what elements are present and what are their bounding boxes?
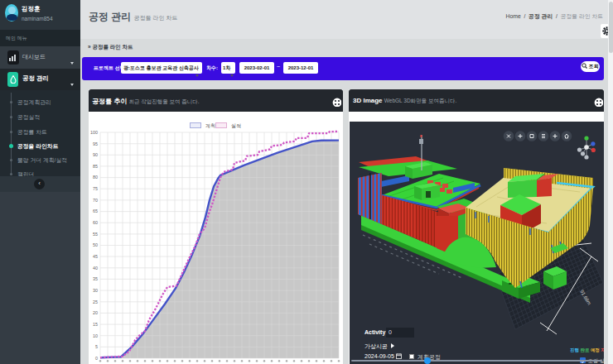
svg-text:25: 25 bbox=[93, 299, 98, 304]
svg-text:60: 60 bbox=[93, 220, 98, 225]
svg-text:65: 65 bbox=[93, 208, 98, 213]
svg-text:55: 55 bbox=[93, 232, 98, 237]
svg-text:35: 35 bbox=[93, 276, 98, 281]
svg-text:45: 45 bbox=[93, 254, 98, 259]
svg-text:20: 20 bbox=[93, 310, 98, 315]
svg-text:90: 90 bbox=[93, 152, 98, 157]
svg-text:50: 50 bbox=[93, 242, 98, 247]
svg-text:10: 10 bbox=[93, 333, 98, 338]
svg-text:15: 15 bbox=[93, 322, 98, 327]
svg-text:85: 85 bbox=[93, 164, 98, 169]
svg-text:30: 30 bbox=[93, 288, 98, 293]
svg-text:70: 70 bbox=[93, 198, 98, 203]
svg-text:91.66m: 91.66m bbox=[579, 289, 591, 305]
svg-text:95: 95 bbox=[93, 141, 98, 146]
svg-text:75: 75 bbox=[93, 186, 98, 191]
svg-text:100: 100 bbox=[90, 130, 98, 135]
svg-text:40: 40 bbox=[93, 266, 98, 271]
svg-text:0: 0 bbox=[95, 356, 98, 361]
svg-text:80: 80 bbox=[93, 175, 98, 180]
svg-text:5: 5 bbox=[95, 344, 98, 349]
